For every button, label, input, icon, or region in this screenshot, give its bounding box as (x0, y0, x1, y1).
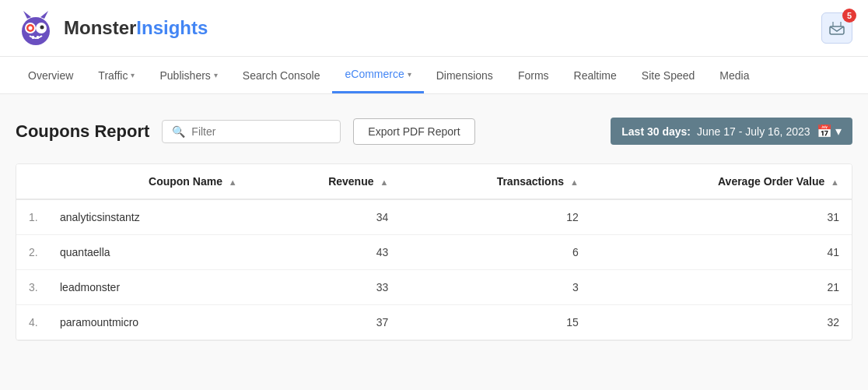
report-header: Coupons Report 🔍 Export PDF Report Last … (16, 118, 852, 145)
nav-item-ecommerce[interactable]: eCommerce ▾ (332, 57, 423, 93)
date-range-value: June 17 - July 16, 2023 (697, 125, 810, 138)
filter-input[interactable] (191, 125, 331, 138)
coupon-name-cell: leadmonster (47, 270, 250, 305)
date-range-label: Last 30 days: (621, 125, 691, 138)
revenue-cell: 43 (250, 235, 401, 270)
avg-order-cell: 21 (591, 270, 852, 305)
revenue-cell: 34 (250, 199, 401, 235)
monster-logo-icon (16, 8, 56, 48)
col-num (16, 164, 47, 199)
main-nav: Overview Traffic ▾ Publishers ▾ Search C… (0, 57, 868, 94)
svg-rect-9 (32, 36, 34, 39)
publishers-chevron: ▾ (214, 71, 218, 79)
search-icon: 🔍 (172, 125, 185, 138)
logo-area: MonsterInsights (16, 8, 208, 48)
coupon-name-cell: paramountmicro (47, 305, 250, 340)
nav-item-realtime[interactable]: Realtime (562, 58, 629, 93)
nav-item-dimensions[interactable]: Dimensions (424, 58, 506, 93)
row-number: 4. (16, 305, 47, 340)
coupon-name-cell: analyticsinstantz (47, 199, 250, 235)
table-row: 1. analyticsinstantz 34 12 31 (16, 199, 852, 235)
nav-item-search-console[interactable]: Search Console (230, 58, 333, 93)
avg-order-sort: ▲ (831, 177, 839, 187)
export-pdf-button[interactable]: Export PDF Report (353, 118, 474, 145)
table-body: 1. analyticsinstantz 34 12 31 2. quantae… (16, 199, 852, 340)
transactions-cell: 6 (401, 235, 591, 270)
coupons-data-table: Coupon Name ▲ Revenue ▲ Transactions ▲ A… (16, 164, 852, 340)
nav-item-forms[interactable]: Forms (506, 58, 562, 93)
filter-input-wrap: 🔍 (162, 120, 341, 143)
notification-button[interactable]: 5 (821, 12, 852, 44)
logo-text: MonsterInsights (64, 17, 208, 39)
main-content: Coupons Report 🔍 Export PDF Report Last … (0, 94, 868, 390)
transactions-cell: 3 (401, 270, 591, 305)
transactions-cell: 15 (401, 305, 591, 340)
nav-item-media[interactable]: Media (707, 58, 761, 93)
inbox-icon (829, 21, 845, 35)
ecommerce-chevron: ▾ (408, 70, 411, 79)
transactions-cell: 12 (401, 199, 591, 235)
svg-rect-10 (37, 36, 39, 39)
nav-item-site-speed[interactable]: Site Speed (629, 58, 708, 93)
col-revenue[interactable]: Revenue ▲ (250, 164, 401, 199)
col-avg-order[interactable]: Average Order Value ▲ (591, 164, 852, 199)
notification-badge: 5 (842, 9, 856, 23)
coupon-name-cell: quantaella (47, 235, 250, 270)
logo-monster: Monster (64, 17, 136, 38)
avg-order-cell: 32 (591, 305, 852, 340)
report-title: Coupons Report (16, 121, 149, 142)
header-right: 5 (821, 12, 852, 44)
row-number: 3. (16, 270, 47, 305)
nav-item-traffic[interactable]: Traffic ▾ (86, 58, 147, 93)
traffic-chevron: ▾ (131, 71, 135, 79)
coupons-table: Coupon Name ▲ Revenue ▲ Transactions ▲ A… (16, 163, 852, 341)
col-transactions[interactable]: Transactions ▲ (401, 164, 591, 199)
row-number: 1. (16, 199, 47, 235)
logo-insights: Insights (136, 17, 208, 38)
row-number: 2. (16, 235, 47, 270)
svg-marker-8 (40, 11, 48, 19)
revenue-cell: 33 (250, 270, 401, 305)
table-header: Coupon Name ▲ Revenue ▲ Transactions ▲ A… (16, 164, 852, 199)
revenue-cell: 37 (250, 305, 401, 340)
avg-order-cell: 31 (591, 199, 852, 235)
table-row: 4. paramountmicro 37 15 32 (16, 305, 852, 340)
col-coupon-name[interactable]: Coupon Name ▲ (47, 164, 250, 199)
nav-item-publishers[interactable]: Publishers ▾ (147, 58, 229, 93)
avg-order-cell: 41 (591, 235, 852, 270)
coupon-name-sort: ▲ (229, 177, 237, 187)
table-header-row: Coupon Name ▲ Revenue ▲ Transactions ▲ A… (16, 164, 852, 199)
svg-point-6 (40, 26, 44, 30)
transactions-sort: ▲ (570, 177, 579, 187)
nav-item-overview[interactable]: Overview (16, 58, 86, 93)
table-row: 2. quantaella 43 6 41 (16, 235, 852, 270)
app-header: MonsterInsights 5 (0, 0, 868, 57)
svg-point-5 (29, 26, 33, 30)
date-range-button[interactable]: Last 30 days: June 17 - July 16, 2023 📅 … (611, 118, 852, 145)
revenue-sort: ▲ (380, 177, 388, 187)
svg-marker-7 (23, 11, 31, 19)
table-row: 3. leadmonster 33 3 21 (16, 270, 852, 305)
calendar-icon: 📅 ▾ (817, 124, 842, 139)
